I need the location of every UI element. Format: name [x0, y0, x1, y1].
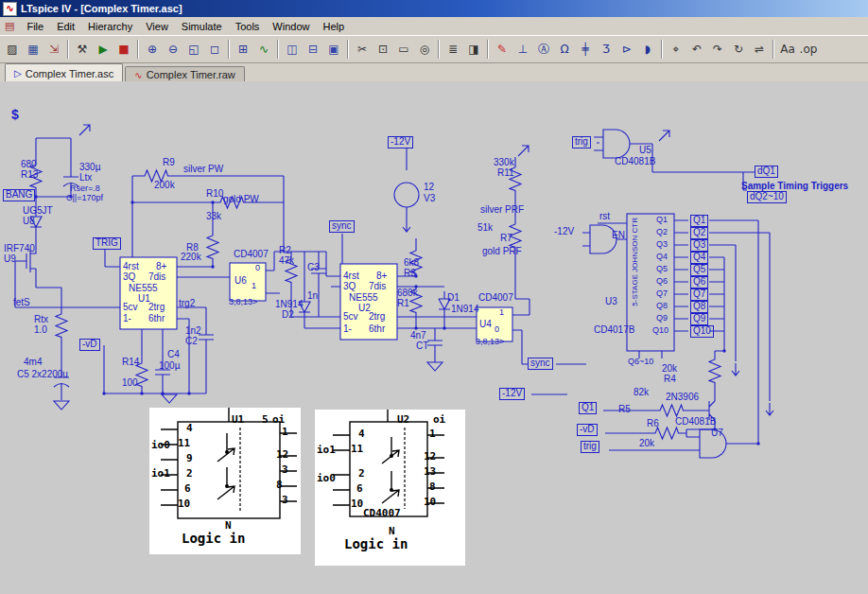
wires — [15, 137, 770, 450]
schematic-text: 200k — [154, 181, 175, 191]
schematic-text: 3,8,13> — [229, 298, 257, 306]
ground-icon — [54, 401, 69, 410]
toolbar-tile-vertical-button[interactable]: ◫ — [282, 39, 303, 60]
toolbar-export-button[interactable]: ⇲ — [43, 39, 64, 60]
toolbar-ground-button[interactable]: ⊥ — [512, 39, 533, 60]
diode-d1 — [439, 291, 450, 318]
menu-simulate[interactable]: Simulate — [175, 20, 229, 33]
net-flag-q1: Q1 — [579, 402, 597, 414]
menu-edit[interactable]: Edit — [50, 20, 81, 33]
schematic-text: Q9 — [656, 314, 668, 323]
corner-arrow-icon — [79, 125, 90, 135]
resistor-r10 — [217, 197, 246, 208]
net-flag-q5: Q5 — [690, 264, 708, 276]
schematic-canvas[interactable]: $680R13330µLtxRser=.8C||=170pfBANGUG5JTU… — [0, 81, 868, 594]
toolbar-inductor-button[interactable]: Ʒ — [596, 39, 616, 60]
down-arrow-icon — [732, 363, 739, 376]
schematic-text: Q4 — [656, 253, 668, 261]
menu-file[interactable]: File — [20, 20, 50, 33]
schematic-text: 330k — [494, 158, 514, 168]
toolbar-mirror-button[interactable]: ⇌ — [749, 39, 770, 60]
schematic-text: Q1 — [656, 216, 668, 224]
net-flag-dq210: dQ2~10 — [747, 191, 787, 203]
menu-window[interactable]: Window — [266, 20, 316, 33]
schematic-text: Rser=.8 — [70, 184, 100, 193]
toolbar-run-button[interactable]: ▶ — [93, 39, 113, 60]
schematic-text: Q10 — [652, 326, 668, 335]
ltspice-window: ∿ LTspice IV - [Complex Timer.asc] ▤ Fil… — [0, 0, 868, 594]
menu-help[interactable]: Help — [316, 20, 351, 33]
schematic-text: U7 — [711, 428, 723, 439]
toolbar-text-button[interactable]: Aa — [777, 39, 798, 60]
toolbar-autorange-button[interactable]: ∿ — [253, 39, 274, 60]
toolbar-zoom-out-button[interactable]: ⊖ — [163, 39, 183, 60]
schematic-text: 220k — [181, 253, 201, 263]
schematic-text: Q7 — [656, 289, 668, 298]
net-flag-q4: Q4 — [690, 252, 708, 264]
schematic-text: R13 — [21, 170, 38, 181]
schematic-text: 1N914 — [275, 300, 303, 310]
cd4007-u6-body — [230, 263, 266, 301]
toolbar-paste-button[interactable]: ▭ — [393, 39, 414, 60]
schematic-text: C||=170pf — [66, 194, 103, 202]
toolbar-rotate-button[interactable]: ↻ — [728, 39, 749, 60]
net-flag-q9: Q9 — [690, 313, 708, 325]
subcircuit-view-u2 — [315, 410, 465, 566]
tab-complex-timer-raw[interactable]: ∿Complex Timer.raw — [125, 66, 245, 82]
toolbar-spice-directive-button[interactable]: .op — [798, 39, 819, 60]
toolbar-move-button[interactable]: ⌖ — [666, 39, 686, 60]
toolbar-separator — [773, 40, 774, 59]
toolbar-separator — [487, 40, 489, 59]
tab-complex-timer-asc[interactable]: ▷Complex Timer.asc — [5, 63, 123, 82]
toolbar-resistor-button[interactable]: Ω — [554, 39, 575, 60]
toolbar-print-preview-button[interactable]: ◨ — [463, 39, 484, 60]
toolbar-edit-pencil-button[interactable]: ✎ — [492, 39, 512, 60]
toolbar-diode-button[interactable]: ⊳ — [616, 39, 637, 60]
toolbar-cut-button[interactable]: ✂ — [352, 39, 373, 60]
toolbar-zoom-area-button[interactable]: ◱ — [183, 39, 204, 60]
junction-dots — [34, 195, 759, 445]
toolbar-tile-horizontal-button[interactable]: ⊟ — [303, 39, 323, 60]
menu-tools[interactable]: Tools — [229, 20, 267, 33]
toolbar-cascade-button[interactable]: ▣ — [323, 39, 344, 60]
schematic-text: 1.0 — [34, 325, 47, 336]
schematic-text: 3,8,13> — [476, 338, 504, 346]
schematic-text: 20k — [662, 364, 677, 375]
schematic-text: Q2 — [656, 228, 668, 236]
schematic-text: 0 — [255, 264, 260, 272]
menu-hierarchy[interactable]: Hierarchy — [81, 20, 139, 33]
menu-view[interactable]: View — [139, 20, 175, 33]
toolbar-capacitor-button[interactable]: ╪ — [575, 39, 596, 60]
toolbar-find-button[interactable]: ◎ — [414, 39, 435, 60]
toolbar-open-button[interactable]: ▨ — [2, 39, 23, 60]
schematic-text: 7dis — [369, 282, 386, 292]
toolbar-undo-button[interactable]: ↶ — [686, 39, 707, 60]
toolbar-component-button[interactable]: ◗ — [637, 39, 658, 60]
resistor-r2 — [286, 256, 297, 285]
schematic-text: D1 — [447, 293, 460, 304]
resistor-r1 — [410, 287, 422, 315]
resistor-r11 — [510, 165, 521, 193]
resistor-rtx — [56, 311, 67, 340]
toolbar-zoom-fit-button[interactable]: ◻ — [204, 39, 225, 60]
toolbar-redo-button[interactable]: ↷ — [707, 39, 728, 60]
toolbar-print-button[interactable]: ≣ — [443, 39, 463, 60]
toolbar-control-panel-button[interactable]: ⚒ — [72, 39, 93, 60]
and-gate-u5 — [603, 130, 630, 158]
toolbar-halt-button[interactable]: ■ — [113, 39, 134, 60]
schematic-text: CT — [416, 341, 428, 352]
toolbar-save-button[interactable]: ▦ — [23, 39, 43, 60]
schematic-text: 3Q — [343, 282, 356, 292]
net-flag-q2: Q2 — [690, 227, 708, 239]
toolbar-net-label-button[interactable]: Ⓐ — [533, 39, 554, 60]
resistor-r13 — [30, 162, 42, 190]
toolbar-zoom-in-button[interactable]: ⊕ — [142, 39, 163, 60]
schematic-text: 7dis — [148, 272, 165, 283]
schematic-text: R7 — [500, 234, 512, 244]
schematic-text: 82k — [634, 388, 649, 398]
toolbar-copy-button[interactable]: ⊡ — [373, 39, 393, 60]
schematic-text: C2 — [185, 337, 198, 347]
and-gate-en — [590, 225, 616, 253]
down-arrow-icon — [403, 219, 410, 232]
toolbar-grid-button[interactable]: ⊞ — [233, 39, 253, 60]
